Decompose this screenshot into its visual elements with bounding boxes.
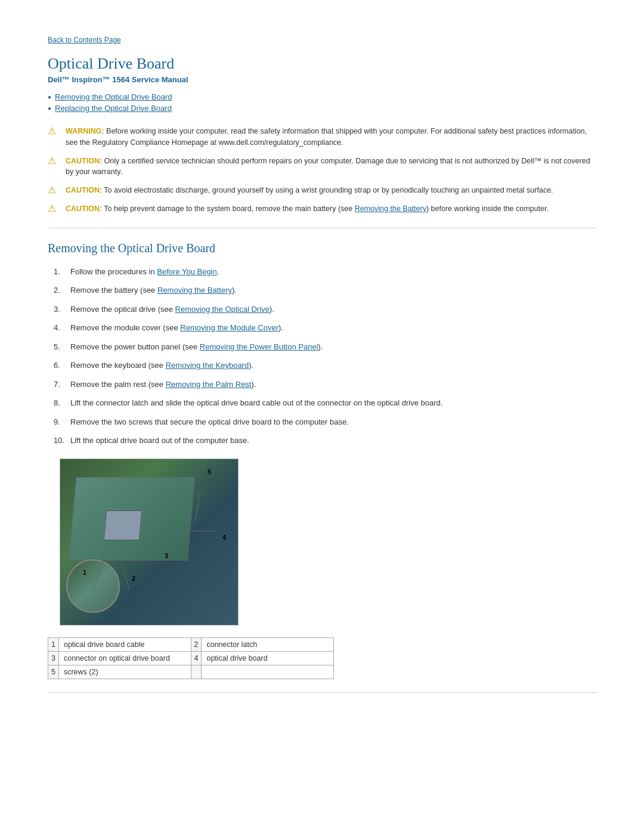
cell-label-2b: optical drive board: [202, 651, 334, 665]
caution-icon-2: ⚠: [48, 185, 61, 195]
diagram-num-4: 4: [222, 534, 226, 541]
cell-label-3b: [202, 665, 334, 679]
removing-battery-link-notice[interactable]: Removing the Battery: [355, 205, 426, 213]
caution-text-2: To avoid electrostatic discharge, ground…: [104, 186, 553, 194]
cell-label-2a: connector on optical drive board: [58, 651, 191, 665]
cell-num-2b: 4: [191, 651, 202, 665]
callout-line-3: [168, 531, 215, 531]
notice-caution-2: ⚠ CAUTION: To avoid electrostatic discha…: [48, 185, 596, 196]
step-6-text: Remove the keyboard (see Removing the Ke…: [70, 360, 253, 371]
cell-num-3b: [191, 665, 202, 679]
step-2-text: Remove the battery (see Removing the Bat…: [70, 284, 237, 296]
cell-num-3a: 5: [48, 665, 59, 679]
toc-link-removing[interactable]: Removing the Optical Drive Board: [55, 92, 172, 101]
product-subtitle: Dell™ Inspiron™ 1564 Service Manual: [48, 75, 596, 84]
table-row-1: 1 optical drive board cable 2 connector …: [48, 637, 334, 651]
section-divider-top: [48, 228, 596, 228]
removing-module-cover-link[interactable]: Removing the Module Cover: [180, 323, 278, 332]
warning-text: Before working inside your computer, rea…: [66, 127, 587, 147]
step-10: Lift the optical drive board out of the …: [54, 435, 596, 447]
pcb-board: [69, 477, 195, 561]
cell-label-1b: connector latch: [202, 637, 334, 651]
removing-keyboard-link[interactable]: Removing the Keyboard: [166, 361, 249, 370]
parts-table: 1 optical drive board cable 2 connector …: [48, 637, 334, 679]
pcb-chip: [104, 510, 142, 540]
step-7-text: Remove the palm rest (see Removing the P…: [70, 379, 256, 391]
caution-text-3-pre: To help prevent damage to the system boa…: [104, 205, 354, 213]
toc-link-replacing[interactable]: Replacing the Optical Drive Board: [55, 104, 172, 113]
page-title: Optical Drive Board: [48, 55, 596, 73]
cell-label-1a: optical drive board cable: [58, 637, 191, 651]
back-to-contents-link[interactable]: Back to Contents Page: [48, 36, 596, 44]
diagram-num-2: 2: [132, 575, 135, 582]
caution-icon-3: ⚠: [48, 204, 61, 213]
section-divider-bottom: [48, 692, 596, 693]
diagram-num-5: 5: [208, 468, 211, 475]
caution-text-1: Only a certified service technician shou…: [66, 157, 590, 176]
before-you-begin-link[interactable]: Before You Begin: [157, 267, 216, 276]
cell-num-1a: 1: [48, 637, 59, 651]
step-9-text: Remove the two screws that secure the op…: [70, 416, 349, 428]
step-7: Remove the palm rest (see Removing the P…: [54, 379, 596, 391]
caution-text-3-post: ) before working inside the computer.: [426, 205, 549, 213]
table-row-2: 3 connector on optical drive board 4 opt…: [48, 651, 334, 665]
step-2: Remove the battery (see Removing the Bat…: [54, 284, 596, 296]
removing-section-title: Removing the Optical Drive Board: [48, 241, 596, 255]
step-1-text: Follow the procedures in Before You Begi…: [70, 266, 219, 278]
toc-item-replacing[interactable]: Replacing the Optical Drive Board: [48, 104, 596, 113]
toc-item-removing[interactable]: Removing the Optical Drive Board: [48, 92, 596, 101]
removing-palm-rest-link[interactable]: Removing the Palm Rest: [166, 380, 252, 389]
diagram-image: 1 2 3 4 5: [60, 459, 239, 625]
step-8: Lift the connector latch and slide the o…: [54, 397, 596, 409]
diagram-num-1: 1: [83, 569, 86, 576]
step-3: Remove the optical drive (see Removing t…: [54, 304, 596, 315]
callout-circle: [66, 559, 120, 613]
step-3-text: Remove the optical drive (see Removing t…: [70, 304, 274, 315]
warning-icon: ⚠: [48, 126, 61, 136]
removing-power-button-link[interactable]: Removing the Power Button Panel: [200, 342, 318, 351]
steps-list: Follow the procedures in Before You Begi…: [54, 266, 596, 447]
caution-label-1: CAUTION:: [66, 157, 102, 165]
removing-optical-drive-link[interactable]: Removing the Optical Drive: [175, 305, 270, 314]
step-4: Remove the module cover (see Removing th…: [54, 322, 596, 334]
step-6: Remove the keyboard (see Removing the Ke…: [54, 360, 596, 371]
caution-icon-1: ⚠: [48, 156, 61, 166]
step-5: Remove the power button panel (see Remov…: [54, 341, 596, 353]
step-1: Follow the procedures in Before You Begi…: [54, 266, 596, 278]
step-10-text: Lift the optical drive board out of the …: [70, 435, 249, 447]
caution-label-2: CAUTION:: [66, 186, 102, 194]
warning-label: WARNING:: [66, 127, 104, 135]
removing-battery-link-1[interactable]: Removing the Battery: [157, 286, 232, 295]
table-row-3: 5 screws (2): [48, 665, 334, 679]
caution-label-3: CAUTION:: [66, 205, 102, 213]
notice-warning: ⚠ WARNING: Before working inside your co…: [48, 126, 596, 148]
notice-caution-3: ⚠ CAUTION: To help prevent damage to the…: [48, 203, 596, 215]
cell-num-1b: 2: [191, 637, 202, 651]
notice-caution-1: ⚠ CAUTION: Only a certified service tech…: [48, 156, 596, 178]
diagram-container: 1 2 3 4 5: [60, 459, 250, 625]
cell-label-3a: screws (2): [58, 665, 191, 679]
diagram-num-3: 3: [165, 552, 168, 559]
cell-num-2a: 3: [48, 651, 59, 665]
step-9: Remove the two screws that secure the op…: [54, 416, 596, 428]
step-8-text: Lift the connector latch and slide the o…: [70, 397, 442, 409]
step-4-text: Remove the module cover (see Removing th…: [70, 322, 283, 334]
step-5-text: Remove the power button panel (see Remov…: [70, 341, 323, 353]
toc-list: Removing the Optical Drive Board Replaci…: [48, 92, 596, 113]
